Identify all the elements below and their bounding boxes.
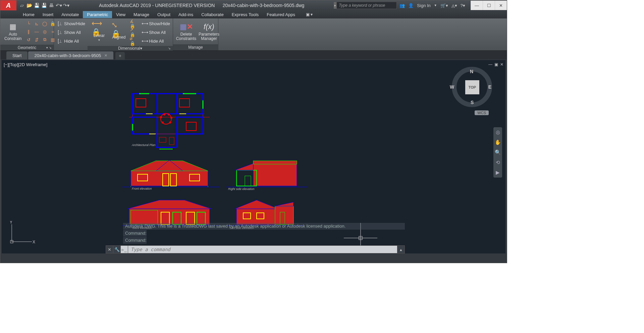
close-button[interactable]: ✕ xyxy=(495,1,507,10)
parallel-icon[interactable]: ∥ xyxy=(25,28,32,35)
dim-radius-icon[interactable]: ↗🔒 xyxy=(130,29,138,36)
dim-showall-button[interactable]: ⟷Show All xyxy=(142,29,166,36)
dim-angular-icon[interactable]: ∡🔒 xyxy=(130,20,138,27)
redo-icon[interactable]: ↷▾ xyxy=(63,2,69,9)
viewcube-face[interactable]: TOP xyxy=(465,80,479,94)
title-file: 20x40-cabin-with-3-bedroom-9505.dwg xyxy=(223,3,305,8)
parameters-manager-button[interactable]: f(x) ParametersManager xyxy=(199,21,219,42)
orbit-icon[interactable]: ⟲ xyxy=(496,159,500,165)
tab-collaborate[interactable]: Collaborate xyxy=(197,11,228,18)
tab-home[interactable]: Home xyxy=(19,11,39,18)
vp-close-icon[interactable]: ✕ xyxy=(500,62,503,67)
delete-constraints-button[interactable]: ▦✕ DeleteConstraints xyxy=(176,21,197,42)
symmetric-icon[interactable]: ⧉ xyxy=(41,36,48,43)
viewcube-east[interactable]: E xyxy=(488,84,491,90)
vp-min-icon[interactable]: — xyxy=(488,62,492,67)
geo-hideall-button[interactable]: [⟂Hide All xyxy=(57,37,79,45)
signin-button[interactable]: Sign In xyxy=(417,3,430,8)
search-toggle-icon[interactable]: ▸ xyxy=(334,2,336,9)
doc-tab-start[interactable]: Start xyxy=(6,51,28,59)
svg-rect-43 xyxy=(245,176,251,186)
dim-diameter-icon[interactable]: ⌀🔒 xyxy=(130,37,138,45)
exchange-icon[interactable]: 🛒▾ xyxy=(440,3,448,8)
infocenter-icon[interactable]: 👥 xyxy=(399,3,405,8)
geo-showhide-button[interactable]: [⟂Show/Hide xyxy=(57,20,85,27)
maximize-button[interactable]: ☐ xyxy=(483,1,495,10)
saveas-icon[interactable]: 💾 xyxy=(41,2,47,9)
ribbon-min-icon[interactable]: ▣ ▾ xyxy=(306,12,313,17)
panel-geometric-label[interactable]: Geometric▾ ↘ xyxy=(0,45,54,50)
cmd-close-icon[interactable]: ✕ xyxy=(106,246,113,253)
vertical-icon[interactable]: ⇵ xyxy=(33,36,40,43)
svg-text:X: X xyxy=(33,240,35,244)
tab-insert[interactable]: Insert xyxy=(39,11,58,18)
user-icon[interactable]: 👤 xyxy=(408,3,414,8)
a360-icon[interactable]: ◬▾ xyxy=(451,3,457,8)
svg-rect-28 xyxy=(131,171,208,186)
tab-annotate[interactable]: Annotate xyxy=(57,11,83,18)
showmotion-icon[interactable]: ▶ xyxy=(496,170,500,176)
zoom-icon[interactable]: 🔍 xyxy=(495,149,501,155)
svg-rect-3 xyxy=(156,94,176,114)
tab-express[interactable]: Express Tools xyxy=(228,11,263,18)
viewport-label[interactable]: [−][Top][2D Wireframe] xyxy=(4,62,47,67)
tab-manage[interactable]: Manage xyxy=(129,11,153,18)
viewcube-north[interactable]: N xyxy=(470,69,473,74)
linear-button[interactable]: ⟷🔒 Linear ▼ xyxy=(90,22,108,42)
tab-featured[interactable]: Featured Apps xyxy=(263,11,299,18)
perpendicular-icon[interactable]: ⊾ xyxy=(33,20,40,27)
title-app: Autodesk AutoCAD 2019 - UNREGISTERED VER… xyxy=(99,3,215,8)
tab-addins[interactable]: Add-ins xyxy=(174,11,197,18)
save-icon[interactable]: 💾 xyxy=(33,2,40,9)
viewcube-south[interactable]: S xyxy=(471,100,474,105)
aligned-button[interactable]: ⤡🔒 Aligned xyxy=(110,24,128,40)
cmd-expand-icon[interactable]: ▴ xyxy=(397,246,405,253)
steering-wheel-icon[interactable]: ◎ xyxy=(496,129,500,135)
signin-dropdown-icon[interactable]: ▼ xyxy=(434,4,437,7)
dim-showhide-button[interactable]: ⟷Show/Hide xyxy=(142,20,170,27)
command-input[interactable] xyxy=(128,246,397,253)
pan-icon[interactable]: ✋ xyxy=(495,139,501,145)
doc-tab-file[interactable]: 20x40-cabin-with-3-bedroom-9505 ✕ xyxy=(28,51,113,59)
geo-showall-button[interactable]: [⟂Show All xyxy=(57,29,81,36)
cmd-options-icon[interactable]: 🔧 xyxy=(113,246,121,253)
collinear-icon[interactable]: — xyxy=(33,28,40,35)
tangent-icon[interactable]: ◯ xyxy=(41,20,48,27)
help-icon[interactable]: ?▾ xyxy=(461,3,465,8)
add-tab-button[interactable]: + xyxy=(115,52,125,59)
right-label: Right side elevation xyxy=(228,187,255,191)
tab-parametric[interactable]: Parametric xyxy=(83,11,112,18)
viewcube-west[interactable]: W xyxy=(450,84,454,90)
undo-icon[interactable]: ↶▾ xyxy=(55,2,62,9)
plot-icon[interactable]: 🖶 xyxy=(48,2,55,9)
dim-hideall-button[interactable]: ⟷Hide All xyxy=(142,37,164,45)
ribbon-tabs: Home Insert Annotate Parametric View Man… xyxy=(0,10,507,18)
svg-marker-41 xyxy=(235,163,253,170)
dim-showall-icon: ⟷ xyxy=(142,30,148,35)
tab-view[interactable]: View xyxy=(112,11,129,18)
tab-output[interactable]: Output xyxy=(153,11,174,18)
dim-hideall-icon: ⟷ xyxy=(142,38,148,44)
concentric-icon[interactable]: ◎ xyxy=(41,28,48,35)
app-icon[interactable]: A xyxy=(0,0,16,10)
vp-max-icon[interactable]: ▣ xyxy=(494,62,498,67)
panel-dimensional-label[interactable]: Dimensional ▾↘ xyxy=(88,46,173,51)
new-icon[interactable]: ▱ xyxy=(18,2,25,9)
svg-point-20 xyxy=(162,122,164,124)
panel-manage-label[interactable]: Manage xyxy=(173,44,218,50)
horizontal-icon[interactable]: ↺ xyxy=(25,36,32,43)
close-tab-icon[interactable]: ✕ xyxy=(104,53,107,58)
auto-constrain-button[interactable]: ▦ AutoConstrain xyxy=(3,21,23,42)
drawing-canvas[interactable]: [−][Top][2D Wireframe] — ▣ ✕ TOP N S E W… xyxy=(2,60,505,253)
search-input[interactable]: Type a keyword or phrase xyxy=(336,2,397,9)
viewcube[interactable]: TOP N S E W xyxy=(452,67,492,107)
wcs-badge[interactable]: WCS xyxy=(475,110,489,115)
svg-rect-39 xyxy=(253,163,297,186)
front-elevation-drawing xyxy=(122,157,220,191)
minimize-button[interactable]: — xyxy=(471,1,483,10)
svg-marker-56 xyxy=(275,202,293,206)
coincident-icon[interactable]: └ xyxy=(25,20,32,27)
ribbon: ▦ AutoConstrain └ ⊾ ◯ 🔒 ∥ — ◎ = ↺ ⇵ ⧉ ▥ xyxy=(0,18,507,51)
open-icon[interactable]: 📂 xyxy=(26,2,33,9)
delete-constraints-icon: ▦✕ xyxy=(180,22,193,32)
